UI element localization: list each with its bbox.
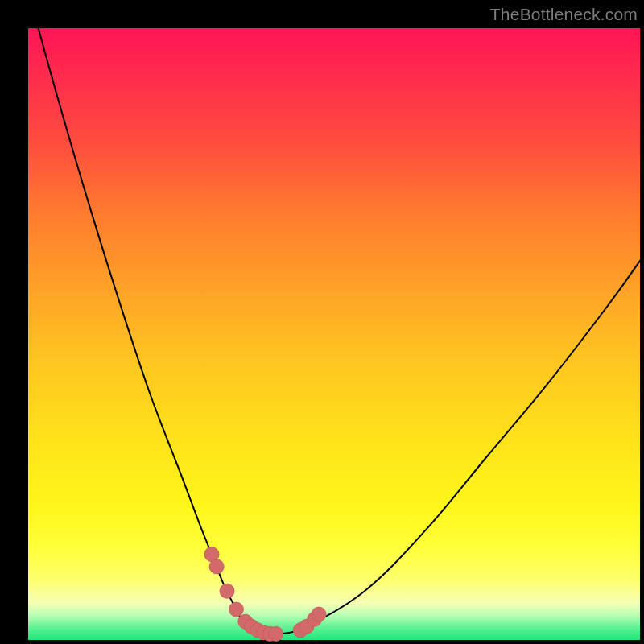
plot-area: [28, 28, 640, 640]
marker-dot: [269, 626, 283, 641]
marker-dot: [312, 607, 326, 621]
watermark-text: TheBottleneck.com: [490, 5, 638, 24]
marker-dot: [220, 584, 234, 598]
bottleneck-curve: [28, 0, 640, 634]
marker-dot: [229, 602, 243, 617]
chart-frame: TheBottleneck.com: [0, 0, 644, 644]
marker-dot: [209, 559, 224, 574]
highlight-markers: [204, 547, 326, 642]
chart-svg: [28, 28, 640, 640]
